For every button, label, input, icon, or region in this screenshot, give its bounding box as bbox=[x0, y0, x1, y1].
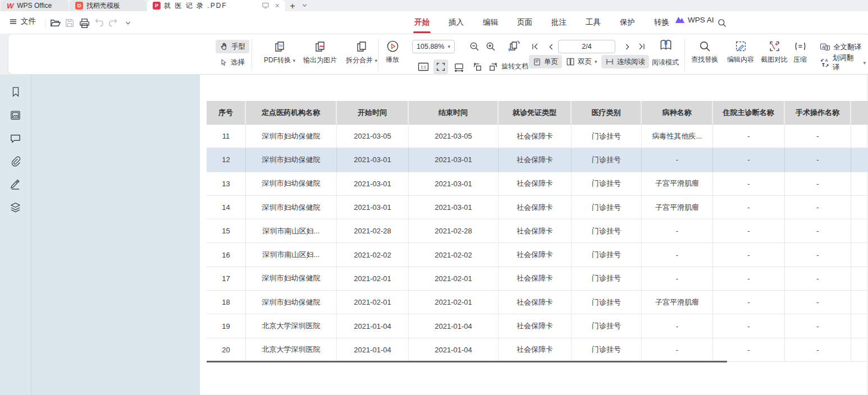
menu-item-4[interactable]: 页面 bbox=[516, 15, 533, 30]
table-cell: 社会保障卡 bbox=[499, 172, 572, 196]
zoom-level-select[interactable]: 105.88% ▾ bbox=[412, 40, 455, 53]
continuous-read-button[interactable]: 连续阅读 bbox=[601, 55, 649, 68]
attachment-icon[interactable] bbox=[9, 154, 22, 168]
comment-icon[interactable] bbox=[9, 131, 22, 145]
table-cell bbox=[851, 125, 868, 148]
table-cell: 门诊挂号 bbox=[572, 314, 642, 338]
pdf-doc-icon: P bbox=[153, 2, 161, 10]
menu-item-7[interactable]: 保护 bbox=[619, 15, 636, 30]
table-cell: 社会保障卡 bbox=[499, 219, 572, 243]
close-tab-icon[interactable]: × bbox=[275, 1, 280, 10]
tab-docer-templates[interactable]: D 找稻壳模板 bbox=[70, 0, 146, 11]
compress-button[interactable]: 压缩 bbox=[789, 40, 811, 65]
double-page-icon bbox=[566, 57, 575, 66]
table-cell: 16 bbox=[207, 243, 246, 267]
menu-item-6[interactable]: 工具 bbox=[584, 15, 602, 30]
tab-wps-office[interactable]: W WPS Office bbox=[1, 0, 68, 11]
docer-logo-icon: D bbox=[75, 2, 83, 10]
table-bottom-border bbox=[207, 361, 727, 362]
table-cell: 2021-01-04 bbox=[409, 338, 499, 362]
redo-icon[interactable] bbox=[107, 16, 120, 30]
menu-item-5[interactable]: 批注 bbox=[550, 15, 568, 30]
table-cell bbox=[851, 314, 868, 338]
table-cell bbox=[851, 267, 868, 291]
select-tool-button[interactable]: 选择 bbox=[216, 56, 249, 69]
undo-icon[interactable] bbox=[92, 16, 106, 30]
continuous-read-label: 连续阅读 bbox=[617, 57, 645, 67]
rotate-left-icon[interactable] bbox=[470, 59, 485, 74]
rotate-document-label[interactable]: 旋转文档 bbox=[501, 62, 528, 71]
more-commands-chevron-icon[interactable] bbox=[121, 16, 135, 30]
hand-tool-button[interactable]: 手型 bbox=[216, 40, 249, 53]
table-cell: - bbox=[785, 267, 851, 291]
single-page-button[interactable]: 单页 bbox=[529, 55, 562, 68]
word-translate-label: 划词翻译 bbox=[833, 53, 861, 72]
table-header-cell: 医疗类别 bbox=[572, 101, 642, 125]
read-mode-label[interactable]: 阅读模式 bbox=[652, 58, 679, 67]
table-cell: - bbox=[785, 148, 851, 172]
edit-content-button[interactable]: 编辑内容 bbox=[723, 40, 759, 65]
table-cell: 门诊挂号 bbox=[572, 148, 642, 172]
tab-document[interactable]: P 就 医 记 录 .PDF × bbox=[147, 0, 285, 11]
select-tool-label: 选择 bbox=[231, 58, 245, 67]
table-cell: 11 bbox=[207, 125, 246, 148]
rotate-document-icon[interactable] bbox=[507, 39, 522, 53]
wps-ai-button[interactable]: WPS AI bbox=[675, 16, 714, 24]
menu-item-8[interactable]: 转换 bbox=[653, 15, 670, 30]
continuous-read-icon bbox=[605, 57, 614, 66]
table-cell: 2021-03-05 bbox=[337, 125, 409, 148]
menu-item-1[interactable]: 开始 bbox=[413, 15, 431, 30]
svg-text:A: A bbox=[825, 58, 828, 63]
print-icon[interactable] bbox=[77, 16, 91, 30]
table-row: 13深圳市妇幼保健院2021-03-012021-03-01社会保障卡门诊挂号子… bbox=[207, 172, 868, 196]
table-cell: - bbox=[785, 314, 851, 338]
signature-icon[interactable] bbox=[9, 177, 22, 191]
double-page-button[interactable]: 双页 ▾ bbox=[562, 55, 601, 68]
bookmark-icon[interactable] bbox=[9, 85, 22, 99]
menu-item-2[interactable]: 插入 bbox=[447, 15, 465, 30]
table-cell: 2021-03-05 bbox=[409, 125, 499, 148]
first-page-icon[interactable] bbox=[528, 39, 542, 54]
table-cell: 2021-03-01 bbox=[409, 172, 499, 196]
tab-list-chevron-icon[interactable] bbox=[301, 2, 308, 8]
layers-icon[interactable] bbox=[9, 200, 22, 214]
table-cell: - bbox=[713, 338, 785, 362]
table-cell: 北京大学深圳医院 bbox=[246, 338, 337, 362]
menu-search-icon[interactable] bbox=[715, 16, 729, 30]
file-menu-button[interactable]: 文件 bbox=[9, 16, 36, 26]
page-indicator-input[interactable]: 2/4 bbox=[558, 40, 615, 53]
actual-size-icon[interactable]: 1:1 bbox=[416, 59, 431, 74]
fit-width-icon[interactable] bbox=[451, 59, 466, 74]
menu-item-3[interactable]: 编辑 bbox=[482, 15, 499, 30]
zoom-in-icon[interactable] bbox=[483, 39, 498, 54]
new-tab-button[interactable]: + bbox=[290, 1, 295, 12]
table-cell: 深圳市妇幼保健院 bbox=[246, 148, 337, 172]
table-cell: 2021-03-01 bbox=[337, 148, 409, 172]
thumbnail-icon[interactable] bbox=[9, 108, 22, 122]
tab-docer-label: 找稻壳模板 bbox=[86, 1, 120, 11]
last-page-icon[interactable] bbox=[634, 39, 649, 54]
previous-page-icon[interactable] bbox=[543, 39, 558, 54]
table-cell: 2021-03-01 bbox=[409, 148, 499, 172]
table-row: 20北京大学深圳医院2021-01-042021-01-04社会保障卡门诊挂号-… bbox=[207, 338, 868, 362]
table-cell: - bbox=[642, 314, 713, 338]
next-page-icon[interactable] bbox=[620, 39, 634, 54]
table-cell: - bbox=[642, 338, 713, 362]
save-icon[interactable] bbox=[63, 16, 76, 30]
find-replace-button[interactable]: 查找替换 bbox=[687, 40, 723, 65]
fit-page-icon[interactable] bbox=[433, 59, 448, 74]
word-translate-button[interactable]: A 划词翻译 ▾ bbox=[816, 56, 868, 70]
navigation-panel bbox=[31, 75, 200, 395]
present-to-screen-icon[interactable] bbox=[262, 1, 269, 10]
open-file-icon[interactable] bbox=[48, 16, 62, 30]
full-text-translate-button[interactable]: A 全文翻译 bbox=[816, 40, 865, 54]
rotate-right-icon[interactable] bbox=[486, 59, 500, 74]
table-cell: - bbox=[785, 196, 851, 219]
zoom-out-icon[interactable] bbox=[467, 39, 482, 54]
table-cell: 2021-02-28 bbox=[409, 219, 499, 243]
screenshot-compare-button[interactable]: 截图对比 bbox=[756, 40, 792, 65]
play-button[interactable]: 播放 bbox=[372, 40, 413, 65]
table-cell: 2021-01-04 bbox=[409, 314, 499, 338]
table-cell: - bbox=[713, 148, 785, 172]
read-mode-icon[interactable] bbox=[659, 38, 673, 53]
